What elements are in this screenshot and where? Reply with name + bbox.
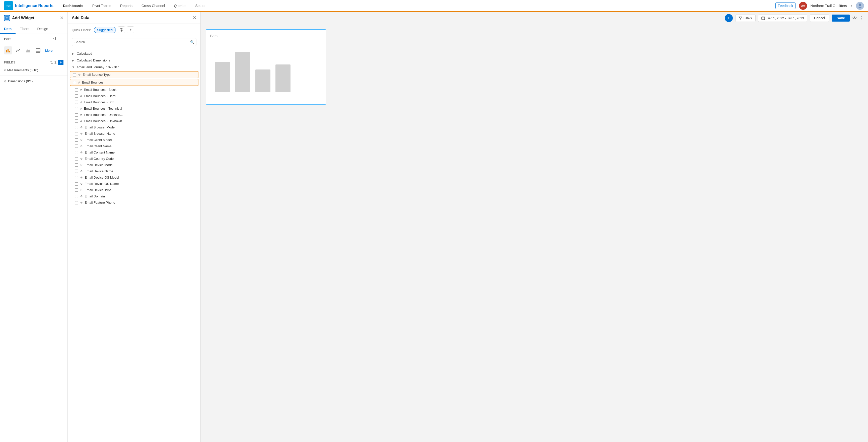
checkbox-device-os-model[interactable] [75,176,78,179]
date-range-label: Dec 1, 2022 - Jan 1, 2023 [766,16,804,20]
tree-child-browser-name[interactable]: ⊙ Email Browser Name [68,130,200,137]
tree-child-feature-phone[interactable]: ⊙ Email Feature Phone [68,199,200,206]
close-add-data-button[interactable]: ✕ [193,15,196,20]
tree-child-bounces-unclass[interactable]: # Email Bounces - Unclass... [68,112,200,118]
hash-icon: # [4,68,6,72]
tab-filters[interactable]: Filters [16,24,33,34]
checkbox-bounces-unclass[interactable] [75,113,78,117]
expand-icon-2: ▶ [72,59,75,62]
label-device-name: Email Device Name [85,169,113,173]
tree-child-client-name[interactable]: ⊙ Email Client Name [68,143,200,149]
nav-tab-cross-channel[interactable]: Cross-Channel [137,0,169,12]
hash-filter-icon: # [130,28,131,32]
tree-child-email-bounce-type[interactable]: ⊙ Email Bounce Type [70,71,198,78]
tree-child-content-name[interactable]: ⊙ Email Content Name [68,149,200,156]
checkbox-bounces-soft[interactable] [75,101,78,104]
tree-child-email-bounces[interactable]: # Email Bounces [70,79,198,86]
org-name[interactable]: Northern Trail Outfitters [811,4,847,8]
label-bounces-technical: Email Bounces - Technical [84,106,122,110]
tree-child-country-code[interactable]: ⊙ Email Country Code [68,156,200,162]
line-chart-button[interactable] [14,46,22,55]
search-input[interactable] [72,38,196,46]
tree-child-client-model[interactable]: ⊙ Email Client Model [68,137,200,143]
eye-icon[interactable]: 👁 [54,37,57,41]
feedback-button[interactable]: Feedback [775,2,795,9]
more-options-icon[interactable]: ⋯ [59,36,63,41]
tree-child-device-type[interactable]: ⊙ Email Device Type [68,187,200,193]
tree-child-bounces-unknown[interactable]: # Email Bounces - Unknown [68,118,200,124]
tree-item-email-journey[interactable]: ▼ email_and_journey_1079707 [68,64,200,70]
tab-data[interactable]: Data [0,24,16,34]
user-avatar[interactable] [856,2,864,10]
svg-marker-12 [26,49,30,53]
checkbox-browser-model[interactable] [75,126,78,129]
sigma-icon[interactable]: Σ [55,61,57,64]
checkbox-client-model[interactable] [75,138,78,142]
nav-tab-queries[interactable]: Queries [169,0,191,12]
checkbox-browser-name[interactable] [75,132,78,135]
checkbox-bounces-technical[interactable] [75,107,78,110]
more-options-button[interactable]: ⋮ [860,15,864,21]
tree-child-bounces-block[interactable]: # Email Bounces - Block [68,87,200,93]
checkbox-bounces-hard[interactable] [75,94,78,98]
area-chart-icon [26,48,31,53]
checkbox-device-type[interactable] [75,188,78,192]
area-chart-button[interactable] [24,46,32,55]
checkbox-device-name[interactable] [75,169,78,173]
filter-settings-button[interactable] [118,26,125,33]
checkbox-bounces-unknown[interactable] [75,119,78,123]
preview-title: Bars [210,34,321,38]
checkbox-feature-phone[interactable] [75,201,78,204]
tree-child-device-os-name[interactable]: ⊙ Email Device OS Name [68,181,200,187]
tree-child-device-os-model[interactable]: ⊙ Email Device OS Model [68,175,200,181]
measure-icon-technical: # [80,107,82,110]
tree-item-calculated-dimensions[interactable]: ▶ Calculated Dimensions [68,57,200,64]
filter-chip-suggested[interactable]: Suggested [94,27,116,33]
save-button[interactable]: Save [832,14,850,22]
preview-eye-icon[interactable]: 👁 [852,15,857,21]
data-tree: ▶ Calculated ▶ Calculated Dimensions ▼ e… [68,48,200,442]
add-field-button[interactable]: + [58,60,63,65]
tree-child-bounces-technical[interactable]: # Email Bounces - Technical [68,105,200,112]
filter-hash-button[interactable]: # [127,26,134,33]
sort-icon[interactable]: ⇅ [50,61,53,64]
nav-tab-pivot-tables[interactable]: Pivot Tables [88,0,116,12]
notification-badge-area[interactable]: 99+ [799,1,808,10]
checkbox-device-model[interactable] [75,163,78,167]
table-chart-button[interactable] [34,46,42,55]
tree-child-browser-model[interactable]: ⊙ Email Browser Model [68,124,200,130]
date-range-button[interactable]: Dec 1, 2022 - Jan 1, 2023 [758,14,807,22]
checkbox-device-os-name[interactable] [75,182,78,186]
settings-icon [120,28,123,32]
checkbox-domain[interactable] [75,195,78,198]
bar-chart-button[interactable] [4,46,12,55]
checkbox-bounces-block[interactable] [75,88,78,92]
org-dropdown-arrow[interactable]: ▼ [850,4,853,7]
widget-preview: Bars [206,29,326,105]
filters-button[interactable]: Filters [735,14,755,22]
tree-child-bounces-hard[interactable]: # Email Bounces - Hard [68,93,200,99]
add-data-header: Add Data ✕ [68,12,200,24]
add-widget-button[interactable]: + [725,14,733,22]
checkbox-email-bounces[interactable] [73,81,76,84]
svg-rect-11 [9,51,10,53]
checkbox-email-bounce-type[interactable] [73,73,76,76]
nav-tab-setup[interactable]: Setup [191,0,209,12]
more-chart-types-link[interactable]: More [45,49,53,53]
tree-child-bounces-soft[interactable]: # Email Bounces - Soft [68,99,200,105]
widget-grid-icon [5,16,9,20]
tree-child-device-model[interactable]: ⊙ Email Device Model [68,162,200,168]
label-feature-phone: Email Feature Phone [85,201,115,204]
close-panel-button[interactable]: ✕ [60,16,63,20]
nav-tab-dashboards[interactable]: Dashboards [58,0,88,12]
checkbox-content-name[interactable] [75,151,78,154]
tab-design[interactable]: Design [33,24,52,34]
tree-child-device-name[interactable]: ⊙ Email Device Name [68,168,200,175]
label-browser-model: Email Browser Model [85,125,115,129]
tree-child-domain[interactable]: ⊙ Email Domain [68,193,200,199]
cancel-button[interactable]: Cancel [810,14,829,22]
checkbox-country-code[interactable] [75,157,78,161]
checkbox-client-name[interactable] [75,145,78,148]
tree-item-calculated[interactable]: ▶ Calculated [68,50,200,57]
nav-tab-reports[interactable]: Reports [116,0,137,12]
